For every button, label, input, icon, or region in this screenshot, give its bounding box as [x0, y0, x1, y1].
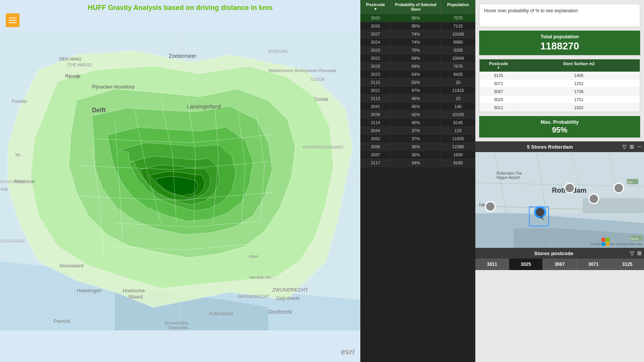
- table-row[interactable]: 3113 46% 15: [360, 95, 475, 103]
- table-row[interactable]: 3025 95% 7075: [360, 14, 475, 22]
- postcode-sort-arrow[interactable]: ▼: [362, 7, 389, 11]
- filter-icon[interactable]: ▽: [622, 144, 626, 150]
- store-table-row[interactable]: 3125 1405: [480, 72, 640, 80]
- table-row[interactable]: 3028 69% 7675: [360, 62, 475, 70]
- table-row[interactable]: 3114 40% 6145: [360, 119, 475, 127]
- row-probability: 69%: [391, 54, 441, 62]
- table-row[interactable]: 3115 55% 25: [360, 79, 475, 87]
- row-postcode: 3087: [360, 151, 391, 159]
- store-sort-arrow[interactable]: ▼: [483, 66, 514, 70]
- table-body[interactable]: 3025 95% 7075 3026 95% 7115 3027 74% 101…: [360, 14, 475, 362]
- mini-map-section: 5 Stores Rotterdam ▽ ⊞ ···: [475, 141, 644, 248]
- svg-text:Zoetermeer: Zoetermeer: [169, 53, 197, 59]
- store-row-postcode: 3067: [480, 88, 518, 95]
- row-population: 10190: [441, 30, 475, 38]
- map-area[interactable]: HUFF Gravity Analysis based on driving d…: [0, 0, 360, 362]
- row-probability: 42%: [391, 111, 441, 118]
- stores-postcode-icons: ▽ ⊞: [630, 250, 642, 256]
- row-probability: 37%: [391, 135, 441, 143]
- right-panel: Postcode ▼ Probability of Selected Store…: [360, 0, 644, 362]
- store-marker-3[interactable]: [588, 193, 599, 204]
- row-postcode: 3039: [360, 111, 391, 118]
- store-marker-1[interactable]: [485, 201, 496, 212]
- postcode-table-icon[interactable]: ⊞: [637, 250, 642, 256]
- mini-map-title: 5 Stores Rotterdam: [478, 144, 622, 150]
- row-postcode: 3082: [360, 135, 391, 143]
- postcode-tabs[interactable]: 30113025306730713125: [475, 259, 644, 270]
- store-marker-5[interactable]: [613, 183, 624, 193]
- store-table-row[interactable]: 3011 1502: [480, 104, 640, 112]
- table-icon[interactable]: ⊞: [629, 144, 634, 150]
- row-probability: 64%: [391, 70, 441, 78]
- row-population: 1830: [441, 151, 475, 159]
- row-population: 9425: [441, 70, 475, 78]
- row-population: 15: [441, 95, 475, 102]
- table-row[interactable]: 3022 69% 10040: [360, 54, 475, 62]
- row-population: 10040: [441, 54, 475, 62]
- table-row[interactable]: 3026 95% 7115: [360, 22, 475, 30]
- stores-postcode-header: Stores postcode ▽ ⊞: [475, 248, 644, 259]
- row-population: 9160: [441, 159, 475, 167]
- svg-text:DEN HAAG: DEN HAAG: [59, 57, 81, 61]
- svg-text:KRIMPENERWAARD: KRIMPENERWAARD: [303, 145, 343, 149]
- postcode-tab-3011[interactable]: 3011: [475, 259, 509, 270]
- probability-table[interactable]: Postcode ▼ Probability of Selected Store…: [360, 0, 475, 362]
- row-population: 10195: [441, 111, 475, 118]
- postcode-tab-3067[interactable]: 3067: [543, 259, 577, 270]
- probability-header: Probability of Selected Store: [391, 0, 441, 14]
- row-postcode: 3113: [360, 95, 391, 102]
- postcode-tab-3125[interactable]: 3125: [611, 259, 644, 270]
- row-postcode: 3024: [360, 38, 391, 46]
- table-row[interactable]: 3082 37% 11835: [360, 135, 475, 143]
- mini-map-copyright[interactable]: ©2020 TomTom Improve this map: [590, 242, 642, 246]
- table-row[interactable]: 3027 74% 10190: [360, 30, 475, 38]
- svg-text:ZWIJNDRECHT: ZWIJNDRECHT: [272, 287, 308, 293]
- table-row[interactable]: 3086 36% 12380: [360, 143, 475, 151]
- row-population: 11915: [441, 87, 475, 94]
- total-pop-label: Total population: [484, 34, 636, 39]
- svg-text:Hekelingen: Hekelingen: [77, 288, 102, 293]
- svg-text:NISSEWAARD: NISSEWAARD: [0, 239, 26, 243]
- store-table-row[interactable]: 3067 1736: [480, 88, 640, 96]
- row-population: 3205: [441, 46, 475, 54]
- store-marker-4[interactable]: [535, 207, 545, 218]
- table-row[interactable]: 3029 70% 3205: [360, 46, 475, 54]
- store-table-row[interactable]: 3071 1252: [480, 80, 640, 88]
- svg-text:Waard: Waard: [128, 294, 143, 300]
- table-row[interactable]: 3041 45% 140: [360, 103, 475, 111]
- mini-map-canvas[interactable]: A16 N210 Rotterdam The Hague Airport Rot…: [475, 152, 644, 248]
- row-population: 6145: [441, 119, 475, 126]
- population-header: Population: [441, 0, 475, 14]
- table-row[interactable]: 3021 47% 11915: [360, 87, 475, 95]
- store-row-surface: 1252: [518, 80, 640, 87]
- table-row[interactable]: 3039 42% 10195: [360, 111, 475, 119]
- svg-text:Dieppolde...: Dieppolde...: [169, 325, 191, 330]
- svg-text:Poelidijk: Poelidijk: [12, 99, 27, 103]
- table-row[interactable]: 3023 64% 9425: [360, 70, 475, 79]
- store-table-row[interactable]: 3025 1751: [480, 96, 640, 104]
- store-row-postcode: 3025: [480, 96, 518, 103]
- postcode-filter-icon[interactable]: ▽: [630, 250, 634, 256]
- store-table-body: 3125 1405 3071 1252 3067 1736 3025 1751 …: [480, 72, 640, 112]
- table-header: Postcode ▼ Probability of Selected Store…: [360, 0, 475, 14]
- stores-postcode-title: Stores postcode: [478, 251, 630, 256]
- postcode-tab-3025[interactable]: 3025: [509, 259, 543, 270]
- menu-button[interactable]: [6, 13, 20, 27]
- row-population: 7075: [441, 14, 475, 22]
- row-population: 12380: [441, 143, 475, 151]
- table-row[interactable]: 3044 37% 115: [360, 127, 475, 135]
- table-row[interactable]: 3117 34% 9160: [360, 159, 475, 167]
- table-row[interactable]: 3087 35% 1830: [360, 151, 475, 159]
- store-marker-2[interactable]: [564, 183, 575, 193]
- hover-tooltip-box: Hover over probability of % to see expla…: [479, 4, 640, 27]
- store-row-surface: 1502: [518, 104, 640, 111]
- row-postcode: 3086: [360, 143, 391, 151]
- store-row-postcode: 3125: [480, 72, 518, 79]
- table-row[interactable]: 3024 74% 8980: [360, 38, 475, 46]
- postcode-tab-3071[interactable]: 3071: [577, 259, 611, 270]
- svg-text:PAPENDRECHT: PAPENDRECHT: [238, 294, 269, 299]
- row-population: 25: [441, 79, 475, 86]
- row-probability: 40%: [391, 119, 441, 126]
- row-probability: 46%: [391, 95, 441, 102]
- more-icon[interactable]: ···: [637, 144, 642, 150]
